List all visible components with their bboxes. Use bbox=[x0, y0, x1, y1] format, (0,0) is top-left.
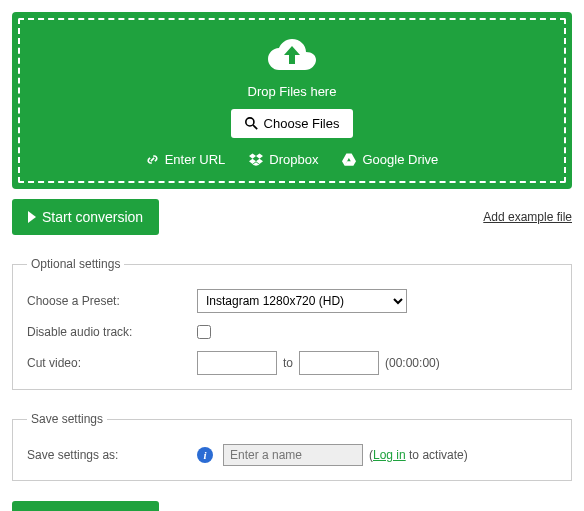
save-settings-legend: Save settings bbox=[27, 412, 107, 426]
drop-text: Drop Files here bbox=[30, 84, 554, 99]
start-conversion-button-top[interactable]: Start conversion bbox=[12, 199, 159, 235]
dropbox-label: Dropbox bbox=[269, 152, 318, 167]
dropbox-icon bbox=[249, 153, 263, 166]
login-hint: (Log in to activate) bbox=[369, 448, 468, 462]
login-link[interactable]: Log in bbox=[373, 448, 406, 462]
cloud-upload-icon bbox=[268, 38, 316, 74]
add-example-file-link[interactable]: Add example file bbox=[483, 210, 572, 224]
preset-label: Choose a Preset: bbox=[27, 294, 197, 308]
file-dropzone[interactable]: Drop Files here Choose Files Enter URL D… bbox=[12, 12, 572, 189]
enter-url-label: Enter URL bbox=[165, 152, 226, 167]
save-settings-label: Save settings as: bbox=[27, 448, 197, 462]
search-icon bbox=[245, 117, 258, 130]
disable-audio-label: Disable audio track: bbox=[27, 325, 197, 339]
time-hint: (00:00:00) bbox=[385, 356, 440, 370]
optional-settings-fieldset: Optional settings Choose a Preset: Insta… bbox=[12, 257, 572, 390]
disable-audio-checkbox[interactable] bbox=[197, 325, 211, 339]
optional-settings-legend: Optional settings bbox=[27, 257, 124, 271]
dropbox-link[interactable]: Dropbox bbox=[249, 152, 318, 167]
cut-video-to-input[interactable] bbox=[299, 351, 379, 375]
google-drive-icon bbox=[342, 153, 356, 166]
start-conversion-button-bottom[interactable]: Start conversion bbox=[12, 501, 159, 511]
save-settings-fieldset: Save settings Save settings as: i (Log i… bbox=[12, 412, 572, 481]
choose-files-button[interactable]: Choose Files bbox=[231, 109, 354, 138]
google-drive-label: Google Drive bbox=[362, 152, 438, 167]
chevron-right-icon bbox=[28, 211, 36, 223]
svg-point-0 bbox=[245, 118, 253, 126]
svg-line-1 bbox=[253, 125, 257, 129]
google-drive-link[interactable]: Google Drive bbox=[342, 152, 438, 167]
enter-url-link[interactable]: Enter URL bbox=[146, 152, 226, 167]
dropzone-inner: Drop Files here Choose Files Enter URL D… bbox=[18, 18, 566, 183]
choose-files-label: Choose Files bbox=[264, 116, 340, 131]
preset-select[interactable]: Instagram 1280x720 (HD) bbox=[197, 289, 407, 313]
cut-video-from-input[interactable] bbox=[197, 351, 277, 375]
link-icon bbox=[146, 153, 159, 166]
to-text: to bbox=[283, 356, 293, 370]
save-name-input[interactable] bbox=[223, 444, 363, 466]
cut-video-label: Cut video: bbox=[27, 356, 197, 370]
start-conversion-label: Start conversion bbox=[42, 209, 143, 225]
info-icon[interactable]: i bbox=[197, 447, 213, 463]
